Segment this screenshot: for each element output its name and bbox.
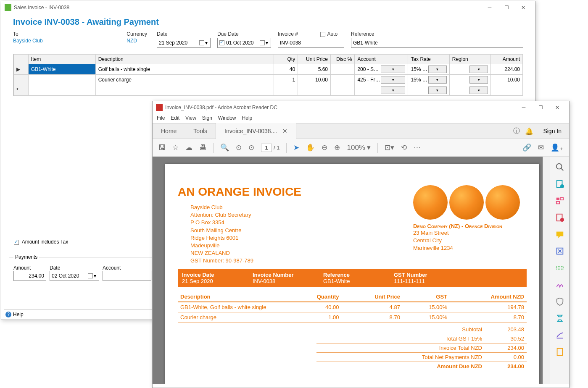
measure-icon[interactable] [555, 263, 564, 273]
magnify-icon[interactable] [555, 163, 564, 172]
add-person-icon[interactable]: 👤₊ [551, 143, 563, 152]
chevron-down-icon[interactable]: ▾ [428, 87, 447, 94]
up-arrow-icon[interactable]: ⊙ [236, 143, 242, 152]
menu-help[interactable]: Help [242, 115, 253, 121]
col-region[interactable]: Region [449, 55, 490, 64]
invoice-no-input[interactable] [278, 38, 344, 48]
menu-sign[interactable]: Sign [202, 115, 212, 121]
pay-account-label: Account [103, 265, 151, 271]
minimize-button[interactable]: ─ [481, 2, 498, 13]
tab-tools[interactable]: Tools [185, 123, 216, 139]
chevron-down-icon[interactable]: ▾ [381, 76, 405, 84]
col-disc[interactable]: Disc % [331, 55, 355, 64]
to-link[interactable]: Bayside Club [13, 38, 120, 44]
fit-icon[interactable]: ⊡▾ [385, 143, 394, 152]
due-date-input[interactable]: 01 Oct 2020▾ [217, 38, 271, 48]
acro-maximize-button[interactable]: ☐ [532, 102, 549, 113]
col-item[interactable]: Item [28, 55, 95, 64]
pdf-recipient-address: Bayside ClubAttention: Club SecretaryP O… [190, 204, 396, 265]
page-nav: / 1 [261, 144, 279, 152]
help-icon: ? [5, 312, 11, 317]
col-qty[interactable]: Qty [274, 55, 298, 64]
zoom-level[interactable]: 100% ▾ [347, 143, 370, 152]
hand-icon[interactable]: ✋ [306, 143, 315, 152]
chevron-down-icon[interactable]: ▾ [381, 66, 405, 73]
pay-date-input[interactable]: 02 Oct 2020▾ [50, 271, 99, 281]
titlebar: Sales Invoice - INV-0038 ─ ☐ ✕ [1, 1, 535, 14]
edit-pdf-icon[interactable] [555, 213, 564, 222]
col-desc[interactable]: Description [95, 55, 274, 64]
table-row[interactable]: Courier charge 1 10.00 425 - Freight & .… [14, 75, 523, 85]
vertical-scrollbar[interactable] [543, 157, 550, 384]
col-price[interactable]: Unit Price [298, 55, 331, 64]
cloud-icon[interactable]: ☁ [185, 143, 192, 152]
bell-icon[interactable]: 🔔 [523, 127, 535, 135]
pay-account-input[interactable] [103, 271, 151, 281]
print-icon[interactable]: 🖶 [199, 144, 206, 152]
stamp-icon[interactable] [555, 246, 564, 256]
pointer-icon[interactable]: ➤ [293, 143, 299, 152]
attach-icon[interactable] [555, 347, 564, 357]
save-icon[interactable]: 🖫 [158, 144, 166, 152]
chevron-down-icon[interactable]: ▾ [428, 66, 447, 73]
table-row[interactable]: ▶ GB1-White Golf balls - white single 40… [14, 64, 523, 75]
organize-icon[interactable] [555, 196, 564, 205]
table-row-new[interactable]: * ▾ ▾ ▾ [14, 85, 523, 96]
help-circle-icon[interactable]: ⓘ [510, 127, 523, 136]
comment-icon[interactable] [555, 230, 564, 239]
currency-link[interactable]: NZD [127, 38, 150, 44]
zoom-in-icon[interactable]: ⊕ [334, 143, 340, 152]
col-tax[interactable]: Tax Rate [408, 55, 449, 64]
close-tab-icon[interactable]: ✕ [282, 128, 287, 134]
payments-legend: Payments [13, 254, 39, 260]
col-acct[interactable]: Account [355, 55, 408, 64]
menu-file[interactable]: File [157, 115, 165, 121]
zoom-out-icon[interactable]: ⊖ [322, 143, 327, 152]
menu-window[interactable]: Window [218, 115, 236, 121]
shield-icon[interactable] [555, 297, 564, 306]
auto-checkbox[interactable] [320, 32, 325, 37]
chevron-down-icon[interactable]: ▾ [469, 66, 488, 73]
menu-edit[interactable]: Edit [171, 115, 179, 121]
svg-point-0 [556, 164, 562, 169]
page-current-input[interactable] [261, 144, 272, 152]
help-bar[interactable]: ? Help [4, 309, 153, 319]
pay-amount-input[interactable] [13, 271, 46, 281]
tab-document[interactable]: Invoice_INV-0038....✕ [216, 123, 296, 139]
chevron-down-icon[interactable]: ▾ [428, 76, 447, 84]
col-amt[interactable]: Amount [491, 55, 523, 64]
acro-minimize-button[interactable]: ─ [515, 102, 532, 113]
line-items-grid[interactable]: Item Description Qty Unit Price Disc % A… [13, 54, 523, 96]
reference-input[interactable] [351, 38, 523, 48]
compare-icon[interactable] [555, 314, 564, 323]
sign-in-link[interactable]: Sign In [535, 128, 569, 134]
chevron-down-icon[interactable]: ▾ [469, 76, 488, 84]
down-arrow-icon[interactable]: ⊙ [248, 143, 254, 152]
close-button[interactable]: ✕ [515, 2, 532, 13]
tab-home[interactable]: Home [153, 123, 185, 139]
pdf-company-name: Demo Company (NZ) - Orange Division [413, 223, 527, 229]
maximize-button[interactable]: ☐ [498, 2, 515, 13]
pdf-company-address: 23 Main StreetCentral CityMarineville 12… [413, 229, 527, 252]
menu-view[interactable]: View [185, 115, 196, 121]
pdf-invoice-header: Invoice Date21 Sep 2020 Invoice NumberIN… [178, 269, 527, 287]
acro-close-button[interactable]: ✕ [549, 102, 566, 113]
export-pdf-icon[interactable] [555, 179, 564, 189]
auto-label: Auto [327, 31, 338, 37]
draw-icon[interactable] [555, 330, 564, 340]
search-icon[interactable]: 🔍 [220, 143, 229, 152]
document-viewport[interactable]: AN ORANGE INVOICE Bayside ClubAttention:… [153, 157, 543, 384]
pay-amount-label: Amount [13, 265, 46, 271]
chevron-down-icon[interactable]: ▾ [381, 87, 405, 94]
more-icon[interactable]: ⋯ [414, 143, 421, 152]
tax-includes-checkbox[interactable] [14, 240, 19, 245]
rotate-icon[interactable]: ⟲ [401, 143, 407, 152]
tax-includes-label: Amount includes Tax [22, 239, 69, 245]
chevron-down-icon[interactable]: ▾ [469, 87, 488, 94]
date-input[interactable]: 21 Sep 2020▾ [157, 38, 211, 48]
sign-icon[interactable] [555, 280, 564, 289]
svg-rect-11 [556, 267, 563, 269]
mail-icon[interactable]: ✉ [538, 143, 544, 152]
star-icon[interactable]: ☆ [172, 143, 179, 152]
link-icon[interactable]: 🔗 [522, 143, 531, 152]
